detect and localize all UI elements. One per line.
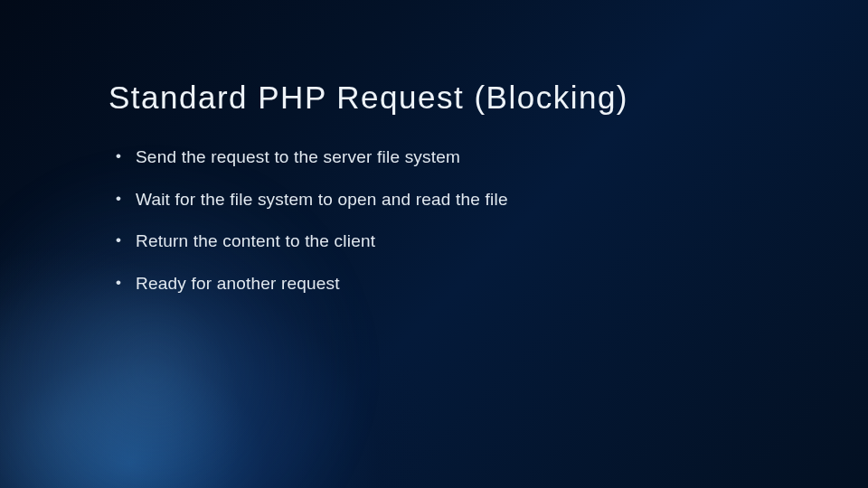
list-item: Wait for the file system to open and rea… <box>116 187 805 213</box>
bullet-list: Send the request to the server file syst… <box>108 145 805 296</box>
list-item: Send the request to the server file syst… <box>116 145 805 171</box>
slide-title: Standard PHP Request (Blocking) <box>108 80 805 116</box>
list-item: Ready for another request <box>116 271 805 297</box>
list-item: Return the content to the client <box>116 229 805 255</box>
slide-container: Standard PHP Request (Blocking) Send the… <box>0 0 868 488</box>
